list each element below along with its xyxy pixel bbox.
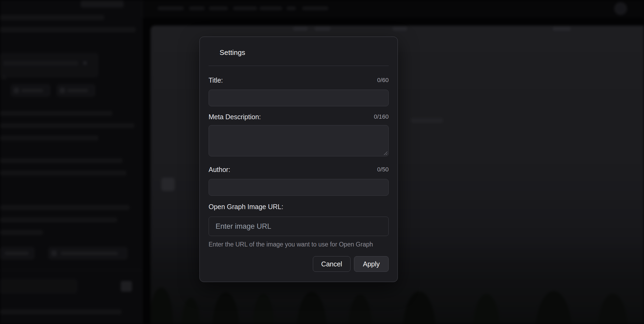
apply-button[interactable]: Apply bbox=[354, 256, 389, 272]
settings-modal: Settings Title: 0/60 Meta Description: 0… bbox=[199, 37, 398, 282]
modal-divider bbox=[209, 66, 389, 66]
title-field-row: Title: 0/60 bbox=[209, 76, 389, 85]
modal-header: Settings bbox=[200, 37, 398, 66]
author-input[interactable] bbox=[209, 179, 389, 196]
author-field-row: Author: 0/50 bbox=[209, 165, 389, 174]
og-image-helper-text: Enter the URL of the image you want to u… bbox=[209, 240, 389, 248]
meta-description-field-row: Meta Description: 0/160 bbox=[209, 112, 389, 121]
meta-description-textarea-wrap bbox=[209, 125, 389, 156]
meta-description-counter: 0/160 bbox=[374, 113, 389, 120]
og-image-label: Open Graph Image URL: bbox=[209, 203, 283, 211]
title-counter: 0/60 bbox=[377, 77, 389, 84]
modal-title: Settings bbox=[220, 48, 245, 57]
modal-body: Title: 0/60 Meta Description: 0/160 Auth… bbox=[200, 76, 398, 272]
author-label: Author: bbox=[209, 166, 230, 174]
modal-footer: Cancel Apply bbox=[209, 256, 389, 272]
og-image-field-row: Open Graph Image URL: bbox=[209, 202, 389, 211]
og-image-url-input[interactable] bbox=[209, 217, 389, 236]
meta-description-label: Meta Description: bbox=[209, 113, 261, 121]
meta-description-textarea[interactable] bbox=[209, 125, 389, 156]
cancel-button[interactable]: Cancel bbox=[313, 256, 350, 272]
title-input[interactable] bbox=[209, 90, 389, 106]
title-label: Title: bbox=[209, 76, 223, 84]
author-counter: 0/50 bbox=[377, 166, 389, 173]
